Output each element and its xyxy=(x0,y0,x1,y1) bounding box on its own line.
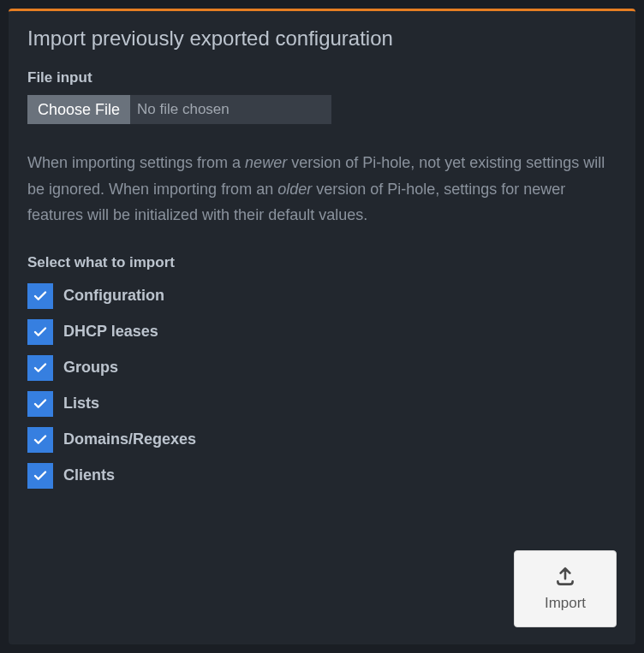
help-text-part: When importing settings from a xyxy=(27,154,245,171)
import-button-label: Import xyxy=(545,595,586,612)
checkbox-label: Lists xyxy=(63,395,99,413)
check-icon xyxy=(33,360,48,376)
checkbox-label: Configuration xyxy=(63,287,164,305)
checkbox-dhcp-leases[interactable] xyxy=(27,319,53,345)
file-input-label: File input xyxy=(27,69,617,86)
help-text: When importing settings from a newer ver… xyxy=(27,150,617,229)
check-icon xyxy=(33,288,48,304)
checkbox-row-configuration: Configuration xyxy=(27,283,617,309)
checkbox-label: Groups xyxy=(63,359,118,377)
card-header: Import previously exported configuration xyxy=(9,11,635,62)
select-heading: Select what to import xyxy=(27,254,617,271)
file-input-row: Choose File No file chosen xyxy=(27,95,331,124)
checkbox-label: Domains/Regexes xyxy=(63,430,196,448)
card-body: File input Choose File No file chosen Wh… xyxy=(9,62,635,644)
import-button[interactable]: Import xyxy=(514,550,617,627)
card-title: Import previously exported configuration xyxy=(27,27,618,50)
upload-icon xyxy=(554,566,576,588)
import-config-card: Import previously exported configuration… xyxy=(9,9,635,644)
checkbox-label: DHCP leases xyxy=(63,323,158,341)
choose-file-button[interactable]: Choose File xyxy=(27,95,130,124)
checkbox-row-groups: Groups xyxy=(27,355,617,381)
check-icon xyxy=(33,324,48,340)
checkbox-list: Configuration DHCP leases Groups Lists xyxy=(27,283,617,489)
checkbox-row-domains-regexes: Domains/Regexes xyxy=(27,427,617,453)
checkbox-clients[interactable] xyxy=(27,463,53,489)
checkbox-label: Clients xyxy=(63,466,115,484)
file-status-text: No file chosen xyxy=(130,95,331,124)
spacer xyxy=(27,489,617,542)
checkbox-domains-regexes[interactable] xyxy=(27,427,53,453)
check-icon xyxy=(33,432,48,448)
check-icon xyxy=(33,396,48,412)
help-text-em: older xyxy=(277,181,312,198)
check-icon xyxy=(33,468,48,484)
footer: Import xyxy=(27,542,617,627)
checkbox-row-dhcp-leases: DHCP leases xyxy=(27,319,617,345)
checkbox-row-clients: Clients xyxy=(27,463,617,489)
checkbox-row-lists: Lists xyxy=(27,391,617,417)
checkbox-lists[interactable] xyxy=(27,391,53,417)
checkbox-groups[interactable] xyxy=(27,355,53,381)
checkbox-configuration[interactable] xyxy=(27,283,53,309)
help-text-em: newer xyxy=(245,154,287,171)
